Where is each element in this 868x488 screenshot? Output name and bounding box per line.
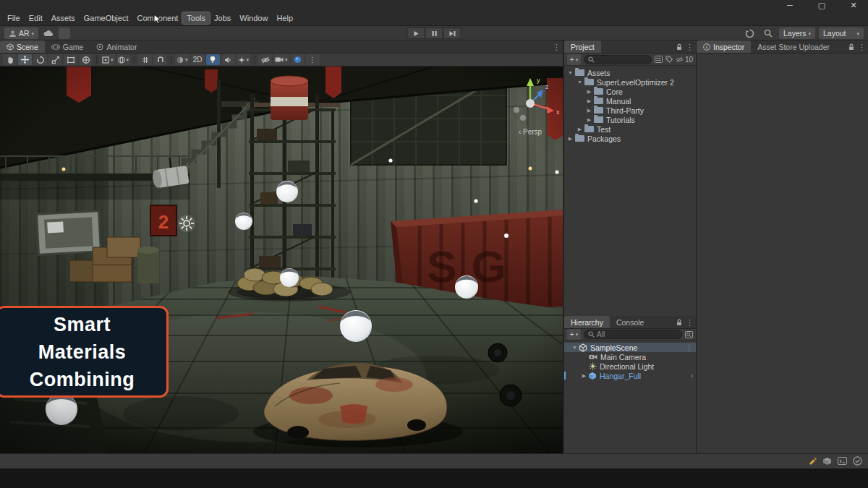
label-tag-icon[interactable]: [665, 56, 673, 63]
scene-visibility-toggle[interactable]: [258, 54, 272, 65]
scene-options-icon[interactable]: ⋮: [686, 343, 693, 351]
cloud-button[interactable]: [41, 27, 56, 39]
pivot-mode-dropdown[interactable]: ▾: [101, 54, 115, 65]
tab-asset-store-uploader[interactable]: Asset Store Uploader: [751, 40, 836, 53]
tab-project[interactable]: Project: [564, 40, 601, 53]
expand-arrow-icon[interactable]: ▼: [571, 345, 579, 350]
menu-jobs[interactable]: Jobs: [210, 12, 235, 24]
move-tool-button[interactable]: [18, 54, 32, 65]
snap-increment-button[interactable]: [153, 54, 167, 65]
component-overlay-button[interactable]: [291, 54, 305, 65]
account-dropdown[interactable]: AR ▾: [4, 27, 38, 39]
2d-mode-toggle[interactable]: 2D: [191, 54, 205, 65]
panel-menu-icon[interactable]: ⋮: [686, 43, 694, 52]
tab-console[interactable]: Console: [610, 316, 651, 328]
chevron-down-icon: ▾: [576, 57, 579, 62]
scene-camera-dropdown[interactable]: ▾: [273, 54, 289, 65]
undo-history-button[interactable]: [743, 27, 757, 39]
tab-game[interactable]: Game: [45, 40, 90, 53]
close-button[interactable]: ✕: [846, 1, 861, 10]
hand-tool-button[interactable]: [3, 54, 17, 65]
tree-item-label: Test: [597, 125, 610, 134]
search-button[interactable]: [761, 27, 775, 39]
projection-label[interactable]: ‹ Persp: [519, 128, 542, 136]
hierarchy-item-samplescene[interactable]: ▼ SampleScene ⋮: [564, 343, 696, 352]
lock-icon[interactable]: [676, 319, 682, 326]
rect-tool-button[interactable]: [64, 54, 77, 65]
layers-dropdown[interactable]: Layers ▾: [779, 27, 815, 39]
hierarchy-search-input[interactable]: All: [584, 330, 682, 339]
tree-item-core[interactable]: ▶ Core: [564, 87, 696, 96]
panel-menu-icon[interactable]: ⋮: [858, 43, 866, 52]
services-button[interactable]: [59, 27, 70, 39]
tab-scene[interactable]: Scene: [0, 40, 45, 53]
menu-assets[interactable]: Assets: [47, 12, 80, 24]
effects-dropdown[interactable]: ▾: [237, 54, 251, 65]
orientation-gizmo[interactable]: y x z ‹ Persp: [499, 72, 563, 139]
tab-hierarchy[interactable]: Hierarchy: [564, 316, 610, 328]
menu-window[interactable]: Window: [235, 12, 272, 24]
menu-edit[interactable]: Edit: [25, 12, 47, 24]
transform-tool-button[interactable]: [79, 54, 93, 65]
lock-icon[interactable]: [676, 43, 682, 51]
scene-viewport[interactable]: 2: [0, 67, 563, 453]
open-prefab-chevron[interactable]: ›: [691, 372, 693, 380]
chevron-down-icon: ▾: [808, 31, 811, 36]
handle-rotation-dropdown[interactable]: ▾: [116, 54, 131, 65]
expand-arrow-icon[interactable]: ▶: [585, 117, 593, 123]
tree-item-manual[interactable]: ▶ Manual: [564, 96, 696, 106]
console-activity-icon[interactable]: [838, 457, 847, 465]
scene-lighting-toggle[interactable]: [206, 54, 220, 65]
tree-item-superleveloptimizer[interactable]: ▼ SuperLevelOptimizer 2: [564, 77, 696, 87]
pause-button[interactable]: [425, 27, 443, 39]
hierarchy-item-main-camera[interactable]: Main Camera: [564, 352, 696, 361]
search-by-type-icon[interactable]: [655, 56, 663, 63]
panel-menu-icon[interactable]: ⋮: [553, 43, 561, 52]
draw-mode-dropdown[interactable]: ▾: [175, 54, 190, 65]
menu-gameobject[interactable]: GameObject: [80, 12, 133, 24]
hierarchy-item-hangar-full[interactable]: ▶ Hangar_Full ›: [564, 371, 696, 380]
step-button[interactable]: [443, 27, 461, 39]
bake-brush-icon[interactable]: [807, 456, 817, 466]
tab-inspector[interactable]: Inspector: [697, 40, 751, 53]
status-bar: [0, 453, 868, 468]
expand-arrow-icon[interactable]: ▶: [566, 136, 574, 142]
scene-audio-toggle[interactable]: [221, 54, 235, 65]
panel-menu-icon[interactable]: ⋮: [686, 318, 694, 328]
menu-help[interactable]: Help: [272, 12, 297, 24]
add-asset-button[interactable]: + ▾: [567, 54, 581, 65]
grid-snap-button[interactable]: [138, 54, 152, 65]
hidden-count-toggle[interactable]: 10: [676, 56, 693, 64]
expand-arrow-icon[interactable]: ▼: [576, 80, 584, 85]
expand-arrow-icon[interactable]: ▶: [585, 108, 593, 114]
tab-animator[interactable]: Animator: [90, 40, 143, 53]
menu-file[interactable]: File: [3, 12, 25, 24]
expand-arrow-icon[interactable]: ▶: [585, 89, 593, 95]
search-icon: [588, 56, 595, 63]
tree-item-test[interactable]: ▶ Test: [564, 124, 696, 134]
tree-item-tutorials[interactable]: ▶ Tutorials: [564, 115, 696, 124]
tree-item-third-party[interactable]: ▶ Third-Party: [564, 106, 696, 115]
check-circle-icon[interactable]: [853, 456, 862, 466]
expand-arrow-icon[interactable]: ▶: [580, 373, 588, 379]
expand-arrow-icon[interactable]: ▶: [576, 127, 584, 132]
scene-toolbar-menu[interactable]: ⋮: [306, 54, 320, 65]
project-search-input[interactable]: [584, 55, 652, 64]
play-button[interactable]: [407, 27, 425, 39]
tree-item-packages[interactable]: ▶ Packages: [564, 134, 696, 143]
camera-icon: [589, 354, 597, 360]
expand-arrow-icon[interactable]: ▶: [585, 98, 593, 104]
create-object-button[interactable]: + ▾: [567, 329, 581, 340]
rotate-tool-button[interactable]: [33, 54, 47, 65]
scale-tool-button[interactable]: [48, 54, 62, 65]
lock-icon[interactable]: [848, 43, 854, 51]
minimize-button[interactable]: ─: [783, 1, 797, 10]
tree-item-assets[interactable]: ▼ Assets: [564, 68, 696, 77]
hierarchy-item-directional-light[interactable]: Directional Light: [564, 361, 696, 371]
search-window-icon[interactable]: [685, 331, 693, 338]
menu-tools[interactable]: Tools: [182, 12, 210, 24]
package-icon[interactable]: [822, 457, 832, 466]
expand-arrow-icon[interactable]: ▼: [566, 70, 574, 75]
layout-dropdown[interactable]: Layout ▾: [819, 27, 864, 39]
maximize-button[interactable]: ▢: [814, 1, 829, 10]
